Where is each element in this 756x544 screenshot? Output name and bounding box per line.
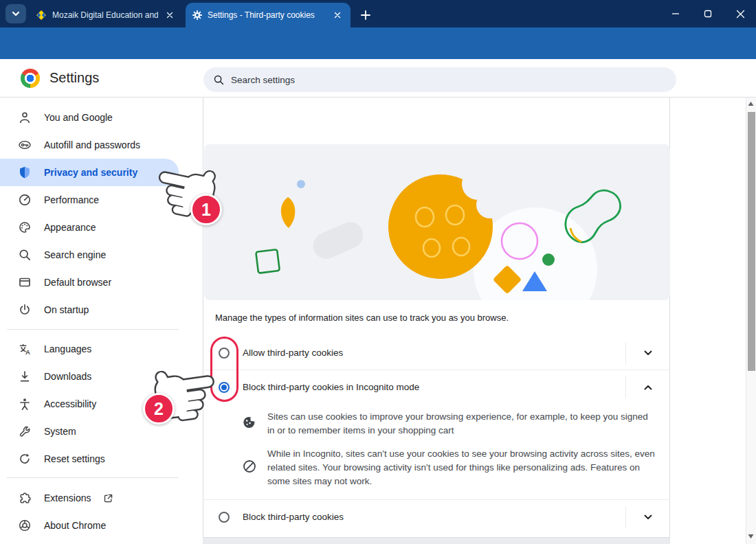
detail-incognito-blocking: While in Incognito, sites can't use your… xyxy=(243,447,655,488)
chevron-up-icon xyxy=(643,383,653,392)
maximize-button[interactable] xyxy=(692,0,724,27)
sidebar-item-you-and-google[interactable]: You and Google xyxy=(0,104,179,131)
intro-text: Manage the types of information sites ca… xyxy=(215,313,509,323)
card-bottom-strip xyxy=(203,538,670,544)
sidebar-item-label: Languages xyxy=(44,343,91,354)
plus-icon xyxy=(360,10,371,21)
sidebar-divider xyxy=(7,329,179,330)
option-block-third-party-cookies[interactable]: Block third-party cookies xyxy=(204,500,670,534)
sidebar-item-label: System xyxy=(44,426,76,437)
sidebar-item-extensions[interactable]: Extensions xyxy=(0,484,179,512)
sidebar-item-languages[interactable]: A Languages xyxy=(0,335,179,363)
external-link-icon xyxy=(103,493,113,503)
svg-text:A: A xyxy=(25,348,30,356)
browser-window-icon xyxy=(18,275,32,289)
tab-mozaik[interactable]: Mozaik Digital Education and Le xyxy=(29,3,183,27)
sidebar-item-label: Search engine xyxy=(44,249,106,260)
sidebar-item-label: On startup xyxy=(44,304,89,315)
chrome-outline-icon xyxy=(18,519,32,532)
sidebar-item-default-browser[interactable]: Default browser xyxy=(0,269,179,296)
sidebar-item-label: Performance xyxy=(44,194,99,205)
sidebar-item-label: Extensions xyxy=(44,492,91,503)
magnifier-icon xyxy=(18,248,32,262)
tab-title: Mozaik Digital Education and Le xyxy=(52,10,158,20)
power-icon xyxy=(18,303,32,317)
sidebar-item-label: Privacy and security xyxy=(44,167,137,178)
chevron-down-icon xyxy=(643,512,653,522)
titlebar: Mozaik Digital Education and Le Settings… xyxy=(0,0,756,27)
option-label: Allow third-party cookies xyxy=(243,348,343,358)
option-label: Block third-party cookies in Incognito m… xyxy=(243,382,419,392)
mozaik-diamond-favicon xyxy=(36,10,47,21)
close-icon xyxy=(333,11,342,19)
minimize-icon xyxy=(671,10,680,18)
cookie-icon xyxy=(243,410,256,438)
settings-search-input[interactable]: Search settings xyxy=(203,67,676,92)
close-icon xyxy=(166,11,174,19)
sidebar-divider xyxy=(7,477,179,478)
close-icon xyxy=(736,10,745,19)
sidebar-item-about-chrome[interactable]: About Chrome xyxy=(0,512,179,539)
sidebar-item-label: About Chrome xyxy=(44,520,106,531)
gear-favicon xyxy=(192,10,202,20)
search-icon xyxy=(213,74,224,85)
blocked-icon xyxy=(243,447,256,488)
tab-close-button[interactable] xyxy=(164,9,176,21)
sidebar-item-search-engine[interactable]: Search engine xyxy=(0,241,179,269)
browser-toolbar: Chrome chrome://settings/cookies xyxy=(0,27,756,59)
option-allow-third-party-cookies[interactable]: Allow third-party cookies xyxy=(204,336,670,370)
chrome-logo-icon xyxy=(21,69,40,88)
sidebar-item-label: Appearance xyxy=(44,222,96,233)
close-window-button[interactable] xyxy=(724,0,756,27)
puzzle-icon xyxy=(18,491,32,505)
download-icon xyxy=(18,370,32,383)
scroll-up-arrow[interactable] xyxy=(748,101,754,106)
annotation-step-badge-1: 1 xyxy=(190,194,222,225)
wrench-icon xyxy=(18,424,32,438)
third-party-cookies-panel: Third-party cookies ? Search xyxy=(203,98,670,538)
sidebar-item-label: Default browser xyxy=(44,277,111,288)
scroll-down-arrow[interactable] xyxy=(748,534,754,539)
shield-icon xyxy=(18,166,32,179)
expand-button[interactable] xyxy=(626,348,670,358)
tab-search-button[interactable] xyxy=(5,4,26,23)
chevron-down-icon xyxy=(643,348,653,358)
sidebar-item-label: Downloads xyxy=(44,371,91,382)
collapse-button[interactable] xyxy=(626,383,670,392)
detail-text: While in Incognito, sites can't use your… xyxy=(267,447,655,488)
tab-title: Settings - Third-party cookies xyxy=(208,10,326,20)
sidebar-item-autofill[interactable]: Autofill and passwords xyxy=(0,131,179,159)
detail-text: Sites can use cookies to improve your br… xyxy=(267,410,655,438)
maximize-icon xyxy=(704,10,712,18)
expand-button[interactable] xyxy=(626,512,670,522)
sidebar-item-label: Autofill and passwords xyxy=(44,139,140,150)
new-tab-button[interactable] xyxy=(356,5,375,25)
scrollbar-thumb[interactable] xyxy=(748,112,755,371)
detail-cookies-benefit: Sites can use cookies to improve your br… xyxy=(243,410,655,438)
translate-icon: A xyxy=(18,342,32,356)
passkey-icon xyxy=(18,138,32,152)
person-icon xyxy=(18,111,32,124)
sidebar-item-label: Reset settings xyxy=(44,453,105,464)
cookies-illustration-banner xyxy=(204,144,670,300)
sidebar-item-reset-settings[interactable]: Reset settings xyxy=(0,445,179,473)
sidebar-item-label: You and Google xyxy=(44,112,113,123)
cookie-illustration xyxy=(204,144,670,300)
tab-close-button[interactable] xyxy=(331,9,344,21)
minimize-button[interactable] xyxy=(660,0,691,27)
settings-search-placeholder: Search settings xyxy=(231,75,295,85)
sidebar-item-on-startup[interactable]: On startup xyxy=(0,296,179,324)
sidebar-item-label: Accessibility xyxy=(44,398,96,409)
browser-window: Mozaik Digital Education and Le Settings… xyxy=(0,0,756,544)
reset-icon xyxy=(18,452,32,466)
annotation-step-badge-2: 2 xyxy=(143,393,175,424)
option-block-third-party-incognito[interactable]: Block third-party cookies in Incognito m… xyxy=(204,370,670,404)
speedometer-icon xyxy=(18,193,32,207)
chevron-down-icon xyxy=(11,9,21,19)
tab-settings[interactable]: Settings - Third-party cookies xyxy=(186,3,351,27)
radio-button[interactable] xyxy=(219,512,230,523)
sidebar-item-privacy-security[interactable]: Privacy and security xyxy=(0,159,179,186)
palette-icon xyxy=(18,220,32,234)
option-label: Block third-party cookies xyxy=(243,512,344,522)
settings-page-title: Settings xyxy=(49,70,99,86)
